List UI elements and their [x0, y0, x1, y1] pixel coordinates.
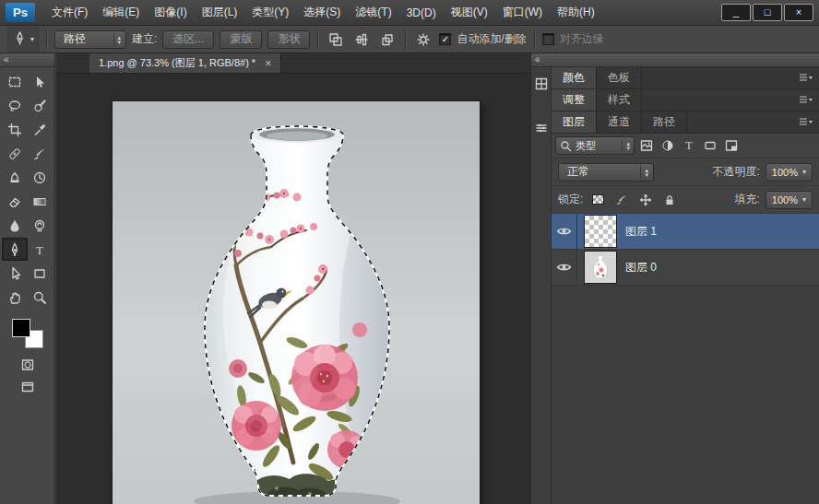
collapse-panels-icon[interactable]: « — [531, 53, 819, 67]
panel-stack: 颜色 色板 调整 样式 图层 通道 路径 — [552, 67, 819, 504]
collapse-tools-icon[interactable]: « — [0, 53, 54, 67]
menu-3d[interactable]: 3D(D) — [399, 2, 444, 24]
filter-adjustment-layers-icon[interactable] — [659, 137, 677, 154]
tab-styles[interactable]: 样式 — [597, 89, 642, 111]
tab-channels[interactable]: 通道 — [597, 111, 642, 133]
crop-tool[interactable] — [2, 118, 28, 141]
opacity-value: 100% — [772, 167, 798, 178]
clone-stamp-tool[interactable] — [2, 166, 28, 189]
layer-filter-type-select[interactable]: 类型 ▴▾ — [555, 136, 635, 155]
path-selection-tool[interactable] — [2, 262, 28, 285]
filter-type-layers-icon[interactable]: T — [680, 137, 698, 154]
dodge-tool[interactable] — [28, 214, 53, 237]
make-selection-button[interactable]: 选区... — [162, 30, 214, 49]
tab-color[interactable]: 颜色 — [552, 67, 597, 88]
menu-filter[interactable]: 滤镜(T) — [348, 0, 398, 25]
layer-visibility-toggle[interactable] — [552, 250, 577, 285]
info-panel-icon[interactable] — [531, 75, 552, 93]
filter-smart-objects-icon[interactable] — [722, 137, 741, 154]
layers-panel-group: 图层 通道 路径 — [552, 111, 819, 134]
layer-name: 图层 0 — [625, 260, 657, 275]
move-tool[interactable] — [28, 70, 53, 93]
quick-selection-tool[interactable] — [28, 94, 53, 117]
panel-menu-icon[interactable] — [792, 111, 819, 133]
auto-add-checkbox[interactable]: ✓ — [439, 33, 451, 45]
maximize-button[interactable]: □ — [753, 4, 782, 21]
document-tab[interactable]: 1.png @ 73.3% (图层 1, RGB/8#) * × — [89, 53, 281, 73]
path-arrangement-icon[interactable] — [377, 30, 398, 49]
lock-transparency-icon[interactable] — [588, 192, 607, 208]
properties-panel-icon[interactable] — [531, 119, 552, 137]
rectangular-marquee-tool[interactable] — [2, 70, 28, 93]
menu-file[interactable]: 文件(F) — [44, 0, 95, 25]
svg-text:T: T — [685, 139, 693, 152]
move-icon — [32, 75, 47, 89]
history-brush-tool[interactable] — [28, 166, 53, 189]
menu-image[interactable]: 图像(I) — [147, 0, 194, 25]
brush-tool[interactable] — [28, 142, 53, 165]
make-mask-button[interactable]: 蒙版 — [220, 30, 262, 49]
separator — [405, 29, 406, 50]
svg-text:T: T — [36, 242, 43, 256]
menu-help[interactable]: 帮助(H) — [550, 0, 602, 25]
panel-menu-icon[interactable] — [792, 67, 819, 88]
menu-layer[interactable]: 图层(L) — [195, 0, 245, 25]
hand-tool[interactable] — [2, 286, 28, 309]
make-shape-button[interactable]: 形状 — [267, 30, 310, 49]
quick-mask-icon — [20, 357, 35, 372]
panel-menu-icon[interactable] — [792, 89, 819, 111]
fill-value-select[interactable]: 100% ▾ — [766, 191, 813, 209]
eyedropper-tool[interactable] — [28, 118, 53, 141]
path-operations-icon[interactable] — [326, 30, 346, 49]
menu-type[interactable]: 类型(Y) — [244, 0, 296, 25]
layer-row-layer-0[interactable]: 图层 0 — [552, 250, 819, 286]
separator — [46, 29, 47, 50]
eraser-tool[interactable] — [2, 190, 28, 213]
foreground-color-swatch[interactable] — [12, 319, 30, 337]
blur-tool[interactable] — [2, 214, 28, 237]
lasso-tool[interactable] — [2, 94, 28, 117]
color-panel-group: 颜色 色板 — [552, 67, 819, 89]
type-tool[interactable]: T — [28, 238, 53, 261]
lock-all-icon[interactable] — [660, 192, 679, 208]
pen-tool[interactable] — [2, 238, 28, 261]
menu-view[interactable]: 视图(V) — [444, 0, 495, 25]
shape-tool[interactable] — [28, 262, 53, 285]
tools-panel: « T — [0, 53, 55, 504]
filter-pixel-layers-icon[interactable] — [637, 137, 656, 154]
layer-thumbnail-image[interactable] — [584, 251, 617, 284]
tab-layers[interactable]: 图层 — [552, 111, 597, 133]
align-edges-checkbox[interactable] — [542, 33, 554, 45]
search-icon — [560, 140, 572, 152]
tool-mode-select[interactable]: 路径 ▴▾ — [54, 30, 126, 49]
lock-position-icon[interactable] — [636, 192, 655, 208]
filter-shape-layers-icon[interactable] — [701, 137, 719, 154]
spinner-arrows-icon: ▴▾ — [640, 166, 648, 179]
healing-brush-tool[interactable] — [2, 142, 28, 165]
tab-paths[interactable]: 路径 — [642, 111, 687, 133]
menu-edit[interactable]: 编辑(E) — [95, 0, 147, 25]
layer-visibility-toggle[interactable] — [552, 214, 577, 249]
blend-mode-select[interactable]: 正常 ▴▾ — [558, 163, 654, 182]
layer-thumbnail-transparent[interactable] — [584, 215, 617, 248]
layer-row-layer-1[interactable]: 图层 1 — [552, 214, 819, 250]
zoom-tool[interactable] — [28, 286, 53, 309]
close-button[interactable]: × — [784, 4, 813, 21]
tool-preset-picker[interactable]: ▾ — [7, 28, 39, 52]
menu-window[interactable]: 窗口(W) — [495, 0, 550, 25]
menu-select[interactable]: 选择(S) — [296, 0, 348, 25]
screen-mode-button[interactable] — [18, 378, 38, 396]
tab-swatches[interactable]: 色板 — [597, 67, 642, 88]
tab-close-icon[interactable]: × — [265, 57, 271, 70]
photoshop-logo: Ps — [6, 3, 35, 22]
gradient-tool[interactable] — [28, 190, 53, 213]
menu-bar: 文件(F) 编辑(E) 图像(I) 图层(L) 类型(Y) 选择(S) 滤镜(T… — [44, 0, 602, 25]
opacity-value-select[interactable]: 100% ▾ — [766, 163, 813, 182]
tab-adjustments[interactable]: 调整 — [552, 89, 597, 111]
minimize-button[interactable]: _ — [721, 4, 751, 21]
lock-pixels-icon[interactable] — [612, 192, 631, 208]
pen-options-gear-icon[interactable] — [413, 30, 433, 49]
quick-mask-button[interactable] — [18, 356, 38, 374]
path-alignment-icon[interactable] — [351, 30, 372, 49]
document-image[interactable] — [113, 101, 480, 504]
